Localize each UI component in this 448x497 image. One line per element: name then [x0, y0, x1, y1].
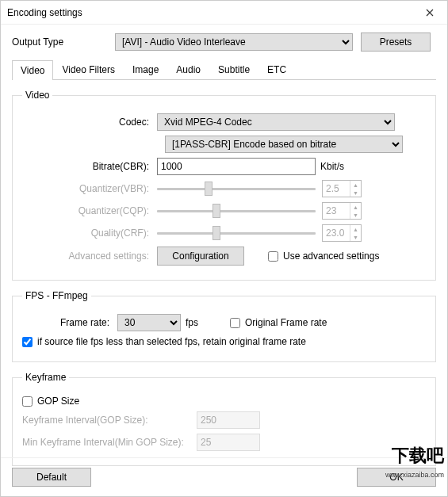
encode-mode-select[interactable]: [1PASS-CBR] Encode based on bitrate	[165, 136, 403, 153]
tab-video[interactable]: Video	[12, 60, 53, 80]
min-keyframe-interval-label: Min Keyframe Interval(Min GOP Size):	[22, 437, 197, 448]
codec-label: Codec:	[22, 117, 157, 128]
quantizer-vbr-slider	[157, 180, 316, 197]
video-group: Video Codec: Xvid MPEG-4 Codec [1PASS-CB…	[12, 90, 436, 281]
gop-size-label: GOP Size	[37, 396, 79, 407]
codec-select[interactable]: Xvid MPEG-4 Codec	[157, 113, 395, 131]
bitrate-label: Bitrate(CBR):	[22, 161, 157, 172]
tab-etc[interactable]: ETC	[258, 59, 295, 79]
output-type-select[interactable]: [AVI] - Audio Video Interleave	[115, 33, 353, 51]
fps-group: FPS - FFmpeg Frame rate: 30 fps Original…	[12, 290, 436, 362]
quality-crf-label: Quality(CRF):	[22, 227, 157, 239]
gop-size-checkbox[interactable]	[22, 396, 33, 407]
quantizer-cqp-label: Quantizer(CQP):	[22, 205, 157, 216]
window-title: Encoding settings	[7, 7, 82, 18]
bitrate-input[interactable]	[157, 158, 316, 175]
quantizer-vbr-label: Quantizer(VBR):	[22, 183, 157, 194]
chevron-down-icon: ▼	[350, 211, 361, 219]
tab-audio[interactable]: Audio	[167, 59, 209, 79]
min-keyframe-interval-input	[197, 434, 260, 451]
tab-subtitle[interactable]: Subtitle	[209, 59, 258, 79]
keyframe-legend: Keyframe	[22, 372, 69, 383]
video-legend: Video	[22, 90, 52, 101]
quality-crf-slider	[157, 224, 316, 242]
framerate-unit: fps	[186, 317, 198, 328]
ok-button[interactable]: OK	[357, 468, 436, 487]
retain-fps-label: if source file fps less than selected fp…	[37, 336, 306, 347]
default-button[interactable]: Default	[12, 468, 91, 487]
keyframe-group: Keyframe GOP Size Keyframe Interval(GOP …	[12, 372, 436, 466]
original-framerate-checkbox[interactable]	[230, 318, 240, 328]
framerate-select[interactable]: 30	[117, 314, 181, 331]
use-advanced-label: Use advanced settings	[283, 250, 379, 262]
retain-fps-checkbox[interactable]	[22, 337, 33, 347]
chevron-up-icon: ▲	[350, 181, 361, 189]
quantizer-cqp-spinner: 23 ▲▼	[322, 202, 362, 220]
presets-button[interactable]: Presets	[361, 32, 431, 52]
tab-bar: Video Video Filters Image Audio Subtitle…	[12, 59, 436, 80]
original-framerate-label: Original Frame rate	[245, 317, 327, 328]
quality-crf-spinner: 23.0 ▲▼	[322, 224, 362, 242]
framerate-label: Frame rate:	[22, 317, 117, 328]
tab-image[interactable]: Image	[124, 59, 167, 79]
close-button[interactable]	[412, 1, 447, 25]
chevron-down-icon: ▼	[350, 233, 361, 241]
output-type-label: Output Type	[12, 36, 115, 48]
configuration-button[interactable]: Configuration	[157, 247, 244, 266]
tab-video-filters[interactable]: Video Filters	[53, 59, 123, 79]
chevron-up-icon: ▲	[350, 225, 361, 233]
quantizer-vbr-spinner: 2.5 ▲▼	[322, 180, 362, 197]
chevron-up-icon: ▲	[350, 203, 361, 211]
bitrate-unit: Kbit/s	[320, 161, 344, 172]
keyframe-interval-input	[197, 411, 260, 429]
fps-legend: FPS - FFmpeg	[22, 290, 91, 301]
use-advanced-checkbox[interactable]	[268, 251, 278, 262]
advanced-settings-label: Advanced settings:	[22, 250, 157, 262]
chevron-down-icon: ▼	[350, 189, 361, 197]
keyframe-interval-label: Keyframe Interval(GOP Size):	[22, 415, 197, 426]
quantizer-cqp-slider	[157, 202, 316, 220]
close-icon	[426, 9, 434, 17]
